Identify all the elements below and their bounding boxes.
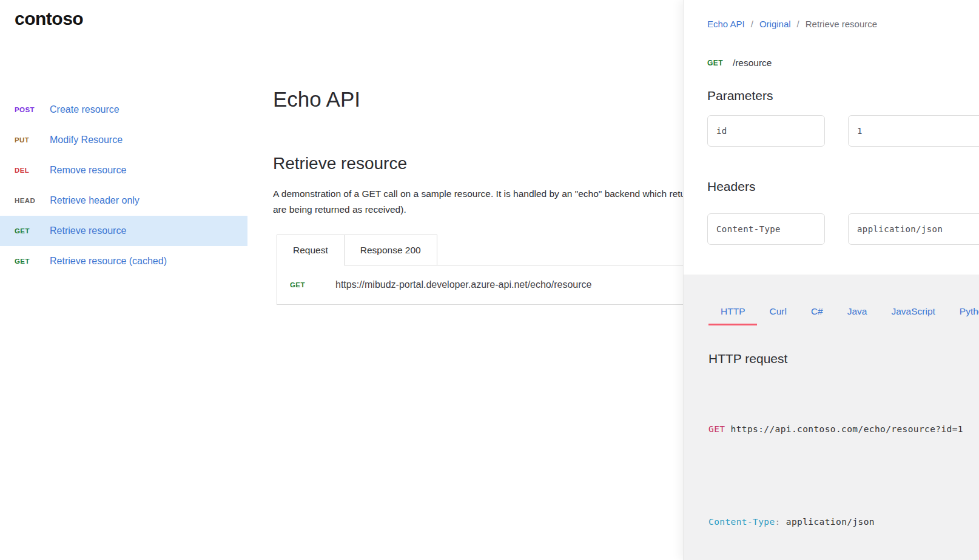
operation-signature: GET /resource [707, 58, 772, 68]
tab-request[interactable]: Request [277, 235, 345, 265]
method-badge-put: PUT [15, 136, 35, 144]
header-name-input[interactable] [707, 213, 825, 245]
code-line-blank [708, 468, 963, 484]
code-header-value: application/json [781, 517, 875, 527]
sidebar-item-retrieve-resource-cached[interactable]: GET Retrieve resource (cached) [0, 246, 247, 276]
header-value-input[interactable] [848, 213, 979, 245]
method-badge-head: HEAD [15, 197, 35, 204]
method-badge-get: GET [707, 59, 723, 67]
sidebar-item-label: Modify Resource [50, 135, 123, 145]
breadcrumb-separator: / [751, 19, 753, 29]
tab-http[interactable]: HTTP [708, 306, 757, 325]
code-request-url: https://api.contoso.com/echo/resource?id… [725, 424, 963, 434]
code-sample-section: HTTP Curl C# Java JavaScript Python HTTP… [684, 275, 979, 560]
sidebar-item-modify-resource[interactable]: PUT Modify Resource [0, 125, 247, 155]
brand-logo: contoso [15, 8, 83, 29]
try-it-panel: Echo API/Original/Retrieve resource GET … [683, 0, 979, 560]
sidebar-item-label: Create resource [50, 104, 119, 115]
code-separator: : [775, 517, 781, 527]
parameters-heading: Parameters [707, 88, 773, 103]
tab-csharp[interactable]: C# [799, 306, 835, 325]
breadcrumb-current: Retrieve resource [806, 19, 877, 29]
breadcrumb-link-api[interactable]: Echo API [707, 19, 745, 29]
method-badge-get: GET [290, 281, 311, 288]
method-badge-del: DEL [15, 167, 35, 174]
operation-title: Retrieve resource [273, 154, 407, 173]
headers-heading: Headers [707, 179, 755, 194]
language-tabs: HTTP Curl C# Java JavaScript Python [708, 306, 979, 325]
sidebar-item-label: Remove resource [50, 165, 126, 176]
code-method-keyword: GET [708, 424, 725, 434]
sidebar-item-label: Retrieve header only [50, 195, 140, 206]
parameter-name-input[interactable] [707, 115, 825, 147]
parameter-row [707, 115, 979, 147]
tab-java[interactable]: Java [835, 306, 880, 325]
header-row [707, 213, 979, 245]
operation-path: /resource [733, 58, 772, 68]
sidebar-item-remove-resource[interactable]: DEL Remove resource [0, 155, 247, 185]
code-header-name: Content-Type [708, 517, 775, 527]
sidebar-item-label: Retrieve resource [50, 225, 126, 236]
sidebar-item-label: Retrieve resource (cached) [50, 256, 167, 267]
tab-response-200[interactable]: Response 200 [345, 235, 437, 265]
code-line-request: GET https://api.contoso.com/echo/resourc… [708, 422, 963, 438]
developer-portal-page: contoso POST Create resource PUT Modify … [0, 0, 979, 560]
method-badge-get: GET [15, 227, 35, 235]
http-request-code: GET https://api.contoso.com/echo/resourc… [708, 391, 963, 560]
sidebar-item-retrieve-resource[interactable]: GET Retrieve resource [0, 216, 247, 246]
api-title: Echo API [273, 87, 360, 112]
breadcrumb-link-version[interactable]: Original [759, 19, 791, 29]
tab-curl[interactable]: Curl [757, 306, 798, 325]
code-sample-heading: HTTP request [708, 352, 787, 366]
parameter-value-input[interactable] [848, 115, 979, 147]
code-line-header: Content-Type: application/json [708, 515, 963, 530]
sidebar-item-retrieve-header-only[interactable]: HEAD Retrieve header only [0, 185, 247, 216]
method-badge-get: GET [15, 258, 35, 265]
operations-sidebar: POST Create resource PUT Modify Resource… [0, 95, 247, 276]
breadcrumb: Echo API/Original/Retrieve resource [707, 19, 877, 29]
tab-javascript[interactable]: JavaScript [879, 306, 947, 325]
sidebar-item-create-resource[interactable]: POST Create resource [0, 95, 247, 125]
breadcrumb-separator: / [797, 19, 799, 29]
method-badge-post: POST [15, 106, 35, 113]
tab-python[interactable]: Python [947, 306, 979, 325]
request-url: https://mibudz-portal.developer.azure-ap… [335, 279, 591, 290]
